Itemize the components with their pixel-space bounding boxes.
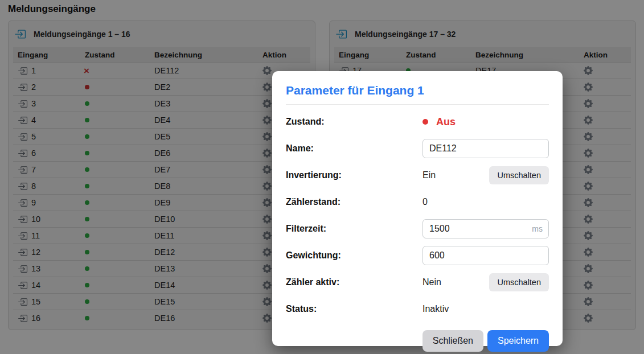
zaehler-aktiv-toggle-button[interactable]: Umschalten	[489, 273, 549, 291]
state-text: Aus	[436, 116, 456, 128]
zaehler-aktiv-row: Zähler aktiv:NeinUmschalten	[286, 273, 549, 292]
invertierung-text: Ein	[423, 170, 436, 180]
status-dot-icon	[423, 119, 428, 125]
dialog-title: Parameter für Eingang 1	[286, 84, 549, 104]
gewichtung-input[interactable]	[423, 246, 549, 265]
filterzeit-value: ms	[423, 219, 549, 238]
status-value: Inaktiv	[423, 304, 549, 314]
status-label: Status:	[286, 304, 423, 314]
name-label: Name:	[286, 143, 423, 154]
filterzeit-input[interactable]	[423, 219, 549, 238]
zustand-row: Zustand:Aus	[286, 112, 549, 131]
zustand-value: Aus	[423, 116, 549, 128]
name-row: Name:	[286, 139, 549, 158]
save-button[interactable]: Speichern	[487, 330, 549, 352]
divider	[286, 104, 549, 105]
close-button[interactable]: Schließen	[423, 330, 483, 352]
filterzeit-label: Filterzeit:	[286, 224, 423, 234]
filterzeit-row: Filterzeit:ms	[286, 219, 549, 238]
invertierung-value: EinUmschalten	[423, 166, 549, 184]
invertierung-label: Invertierung:	[286, 170, 423, 180]
zustand-label: Zustand:	[286, 117, 423, 127]
gewichtung-value	[423, 246, 549, 265]
invertierung-toggle-button[interactable]: Umschalten	[489, 166, 549, 184]
parameter-dialog: Parameter für Eingang 1 Zustand:AusName:…	[272, 71, 563, 346]
name-value	[423, 139, 549, 158]
zaehlerstand-text: 0	[423, 197, 428, 207]
zaehler-aktiv-value: NeinUmschalten	[423, 273, 549, 291]
page: Meldungseingänge Meldungseingänge 1 – 16…	[0, 0, 644, 354]
gewichtung-row: Gewichtung:	[286, 246, 549, 265]
zaehlerstand-label: Zählerstand:	[286, 197, 423, 207]
zaehler-aktiv-text: Nein	[423, 277, 441, 287]
zaehlerstand-row: Zählerstand:0	[286, 192, 549, 212]
filterzeit-unit-label: ms	[532, 224, 543, 233]
zaehler-aktiv-label: Zähler aktiv:	[286, 277, 423, 287]
name-input[interactable]	[423, 139, 549, 158]
gewichtung-label: Gewichtung:	[286, 250, 423, 261]
status-row: Status:Inaktiv	[286, 299, 549, 319]
input-with-unit: ms	[423, 219, 549, 238]
invertierung-row: Invertierung:EinUmschalten	[286, 166, 549, 185]
status-text: Inaktiv	[423, 304, 449, 314]
zaehlerstand-value: 0	[423, 197, 549, 207]
